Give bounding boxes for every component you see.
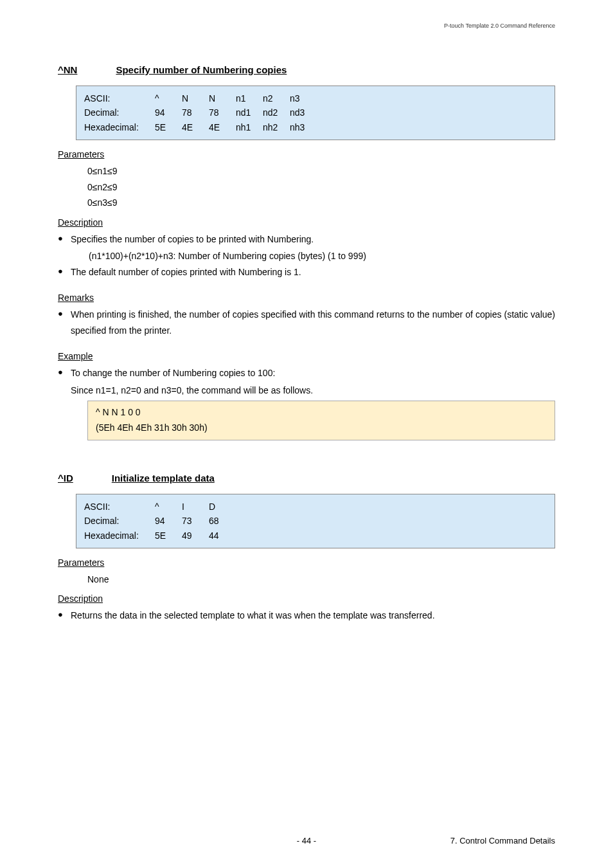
heading-id: ^IDInitialize template data [58,473,555,484]
ascii-row: ASCII: ^ N N n1 n2 n3 [84,91,547,105]
table-cell: 4E [182,120,209,134]
table-cell: 78 [182,105,209,120]
table-cell: nh3 [290,120,317,134]
decimal-label: Decimal: [84,105,155,120]
parameters-heading-id: Parameters [58,557,555,568]
table-cell: 49 [182,529,209,543]
table-cell: 94 [155,105,182,120]
table-cell: N [182,91,209,105]
ascii-label: ASCII: [84,91,155,105]
hex-label: Hexadecimal: [84,120,155,134]
desc-subtext: (n1*100)+(n2*10)+n3: Number of Numbering… [89,248,555,264]
example-line2: (5Eh 4Eh 4Eh 31h 30h 30h) [96,420,547,436]
hex-label: Hexadecimal: [84,529,155,543]
table-cell: 5E [155,120,182,134]
description-heading: Description [58,217,555,228]
example-heading: Example [58,351,555,361]
param-none: None [87,572,555,588]
code-table-nn: ASCII: ^ N N n1 n2 n3 Decimal: 94 78 78 … [76,86,555,140]
cmd-title-id: Initialize template data [112,473,215,484]
heading-nn: ^NNSpecify number of Numbering copies [58,64,555,75]
description-heading-id: Description [58,593,555,604]
table-cell: ^ [155,500,182,514]
table-cell: n3 [290,91,317,105]
bullet-icon: ● [58,608,71,622]
bullet-icon: ● [58,307,71,321]
remarks-text: When printing is finished, the number of… [71,307,555,338]
table-cell: n2 [263,91,290,105]
example-line1: ^ N N 1 0 0 [96,405,547,420]
ascii-row: ASCII: ^ I D [84,500,547,514]
bullet-icon: ● [58,264,71,279]
cmd-code-nn: ^NN [58,64,77,75]
table-cell: 44 [209,529,236,543]
decimal-row: Decimal: 94 73 68 [84,514,547,528]
param-line: 0≤n1≤9 [87,163,555,179]
hex-row: Hexadecimal: 5E 49 44 [84,529,547,543]
table-cell: nd2 [263,105,290,120]
table-cell: 4E [209,120,236,134]
remarks-heading: Remarks [58,293,555,303]
table-cell: 68 [209,514,236,528]
table-cell: D [209,500,236,514]
table-cell: 5E [155,529,182,543]
parameters-heading: Parameters [58,149,555,159]
table-cell: 73 [182,514,209,528]
example-since: Since n1=1, n2=0 and n3=0, the command w… [71,383,555,399]
param-line: 0≤n2≤9 [87,179,555,195]
table-cell: nh2 [263,120,290,134]
table-cell: N [209,91,236,105]
table-cell: nd3 [290,105,317,120]
cmd-code-id: ^ID [58,473,73,484]
decimal-label: Decimal: [84,514,155,528]
table-cell: n1 [236,91,263,105]
table-cell: 78 [209,105,236,120]
table-cell: I [182,500,209,514]
table-cell: nh1 [236,120,263,134]
decimal-row: Decimal: 94 78 78 nd1 nd2 nd3 [84,105,547,120]
code-table-id: ASCII: ^ I D Decimal: 94 73 68 Hexadecim… [76,494,555,548]
desc-text-id: Returns the data in the selected templat… [71,608,555,624]
hex-row: Hexadecimal: 5E 4E 4E nh1 nh2 nh3 [84,120,547,134]
desc-text: Specifies the number of copies to be pri… [71,231,555,248]
bullet-icon: ● [58,365,71,380]
example-box: ^ N N 1 0 0 (5Eh 4Eh 4Eh 31h 30h 30h) [87,401,555,440]
ascii-label: ASCII: [84,500,155,514]
desc-text: The default number of copies printed wit… [71,264,555,280]
footer-chapter: 7. Control Command Details [450,836,555,845]
table-cell: 94 [155,514,182,528]
table-cell: ^ [155,91,182,105]
bullet-icon: ● [58,231,71,246]
param-line: 0≤n3≤9 [87,195,555,211]
cmd-title-nn: Specify number of Numbering copies [116,64,287,75]
doc-header-title: P-touch Template 2.0 Command Reference [444,23,555,29]
example-text: To change the number of Numbering copies… [71,365,555,381]
table-cell: nd1 [236,105,263,120]
